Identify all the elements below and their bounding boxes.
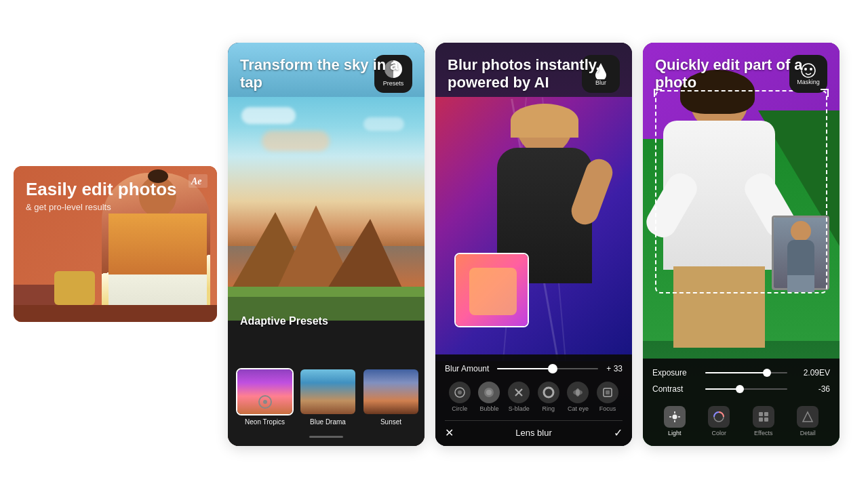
preset-sunset-label: Sunset [380,418,401,426]
blur-type-cateye[interactable]: Cat eye [567,382,589,412]
blur-types-row: Circle Bubble S-blade [445,382,623,412]
color-label: Color [711,430,726,436]
blur-amount-value: + 33 [606,364,623,373]
exposure-fill [705,372,767,373]
card3-header: Blur photos instantly, powered by AI [435,43,632,99]
exposure-thumb [763,369,771,377]
card2-title: Transform the sky in a tap [240,56,412,92]
blur-slider-thumb [548,364,557,373]
blur-circle-icon [449,382,471,403]
selection-box [655,90,827,293]
blur-ring-icon [538,382,559,403]
preset-blue-drama-img [299,368,357,415]
svg-point-18 [672,414,677,419]
svg-rect-10 [606,390,610,394]
color-icon [708,406,730,428]
blur-ring-label: Ring [542,405,555,412]
svg-point-3 [458,390,462,394]
tool-light[interactable]: Light [664,406,686,436]
svg-point-8 [576,388,580,396]
blur-confirm-button[interactable]: ✓ [614,426,623,439]
main-container: Ae Easily edit photos & get pro-level re… [0,0,868,488]
blur-type-circle[interactable]: Circle [449,382,471,412]
blur-type-focus[interactable]: Focus [597,382,618,412]
blur-circle-label: Circle [452,405,467,412]
card3-title: Blur photos instantly, powered by AI [448,56,620,92]
contrast-value: -36 [793,384,830,394]
card1-subtitle: & get pro-level results [26,202,177,212]
card1-text-area: Easily edit photos & get pro-level resul… [26,180,177,212]
svg-rect-27 [764,418,768,422]
light-icon [664,406,686,428]
blur-bottom-bar: ✕ Lens blur ✓ [445,420,623,439]
exposure-value: 2.09EV [793,368,830,378]
blur-slider[interactable] [497,368,598,369]
card4-header: Quickly edit part of a photo [643,43,840,99]
blur-cateye-label: Cat eye [568,405,589,412]
preset-neon-tropics-img [236,368,294,415]
blur-amount-label: Blur Amount [445,364,489,373]
blur-sblade-label: S-blade [509,405,530,412]
svg-rect-26 [759,418,763,422]
preset-thumbnails: Neon Tropics Blue Drama Sunset [236,368,416,426]
preset-blue-drama-label: Blue Drama [310,418,346,426]
card4-controls-panel: Exposure 2.09EV Contrast -36 [643,359,840,446]
tool-color[interactable]: Color [708,406,730,436]
svg-point-6 [544,388,553,397]
card4-title: Quickly edit part of a photo [655,56,827,92]
svg-point-5 [486,390,492,395]
card2-header: Transform the sky in a tap [228,43,425,99]
blur-sblade-icon [508,382,530,403]
detail-icon [797,406,818,428]
contrast-slider[interactable] [705,388,787,390]
blur-center-label: Lens blur [515,428,551,438]
blur-cateye-icon [567,382,589,403]
blur-card: Blur photos instantly, powered by AI Blu… [435,43,632,446]
detail-label: Detail [800,430,816,436]
exposure-slider[interactable] [705,372,787,373]
blur-type-sblade[interactable]: S-blade [508,382,530,412]
blur-type-ring[interactable]: Ring [538,382,559,412]
contrast-fill [705,388,740,390]
tool-detail[interactable]: Detail [797,406,818,436]
small-photo-overlay [454,253,529,327]
blur-controls-panel: Blur Amount + 33 Circle [435,354,632,446]
preset-sunset[interactable]: Sunset [362,368,420,426]
effects-icon [753,406,774,428]
effects-label: Effects [754,430,772,436]
blur-slider-fill [497,368,553,369]
svg-rect-25 [764,412,768,416]
preset-blue-drama[interactable]: Blue Drama [299,368,357,426]
blur-amount-row: Blur Amount + 33 [445,364,623,373]
card4-tool-row: Light Color Effects [652,401,830,436]
contrast-label: Contrast [652,384,700,394]
contrast-row: Contrast -36 [652,384,830,394]
adaptive-presets-label: Adaptive Presets [240,315,328,327]
scroll-indicator [309,436,343,438]
svg-text:Ae: Ae [191,176,202,186]
svg-marker-28 [803,412,812,422]
light-label: Light [668,430,682,436]
svg-rect-24 [759,412,763,416]
card1-title: Easily edit photos [26,180,177,199]
blur-type-bubble[interactable]: Bubble [478,382,500,412]
adobe-logo: Ae [189,174,208,191]
blur-bubble-label: Bubble [479,405,498,412]
blur-close-button[interactable]: ✕ [445,426,454,439]
preset-neon-tropics[interactable]: Neon Tropics [236,368,294,426]
tool-effects[interactable]: Effects [753,406,774,436]
adobe-promo-card: Ae Easily edit photos & get pro-level re… [14,166,217,322]
contrast-thumb [736,385,744,393]
exposure-row: Exposure 2.09EV [652,368,830,378]
blur-bubble-icon [478,382,500,403]
exposure-label: Exposure [652,368,700,378]
preset-sunset-img [362,368,420,415]
sky-presets-card: Transform the sky in a tap Presets Adapt… [228,43,425,446]
masking-card: Quickly edit part of a photo Masking Exp… [643,43,840,446]
blur-focus-label: Focus [599,405,616,412]
preset-neon-tropics-label: Neon Tropics [245,418,285,426]
blur-focus-icon [597,382,618,403]
